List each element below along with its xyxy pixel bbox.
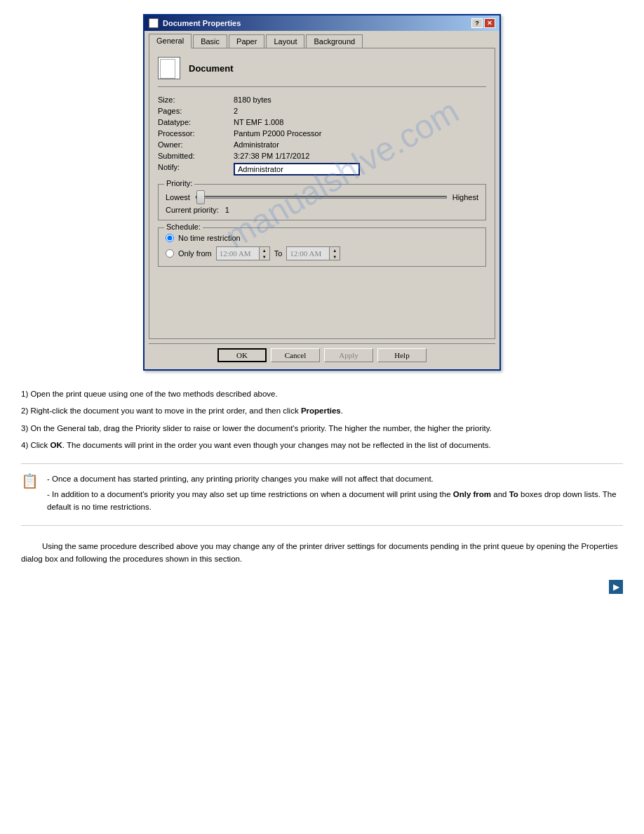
- pages-value: 2: [234, 107, 486, 115]
- step2-text: 2) Right-click the document you want to …: [21, 404, 623, 417]
- footer-text: Using the same procedure described above…: [21, 540, 623, 566]
- processor-label: Processor:: [158, 129, 228, 138]
- submitted-label: Submitted:: [158, 152, 228, 160]
- document-properties-dialog: 🖨 Document Properties ? ✕ General Basic …: [143, 14, 501, 371]
- from-time-up[interactable]: ▲: [260, 247, 269, 253]
- dialog-footer: OK Cancel Apply Help: [149, 343, 495, 365]
- help-title-button[interactable]: ?: [471, 18, 483, 28]
- datatype-value: NT EMF 1.008: [234, 118, 486, 126]
- dialog-title-icon: 🖨: [149, 18, 159, 28]
- step3-text: 3) On the General tab, drag the Priority…: [21, 422, 623, 435]
- to-time-up[interactable]: ▲: [330, 247, 340, 253]
- priority-highest-label: Highest: [452, 193, 478, 201]
- from-time-input[interactable]: [217, 248, 259, 259]
- tab-general[interactable]: General: [149, 34, 192, 48]
- current-priority-row: Current priority: 1: [166, 206, 478, 214]
- size-value: 8180 bytes: [234, 95, 486, 104]
- notify-input[interactable]: [234, 163, 360, 176]
- dialog-tabs: General Basic Paper Layout Background: [145, 31, 499, 48]
- submitted-value: 3:27:38 PM 1/17/2012: [234, 152, 486, 160]
- to-label: To: [274, 249, 283, 258]
- help-button[interactable]: Help: [377, 348, 427, 362]
- processor-value: Pantum P2000 Processor: [234, 129, 486, 138]
- only-from-row: Only from ▲ ▼ To: [166, 246, 478, 260]
- note-section: 📋 - Once a document has started printing…: [21, 463, 623, 526]
- to-time-spinner[interactable]: ▲ ▼: [329, 247, 340, 260]
- apply-button[interactable]: Apply: [324, 348, 373, 362]
- from-time-input-group: ▲ ▼: [216, 246, 270, 260]
- note-bullet1: - Once a document has started printing, …: [47, 472, 623, 485]
- no-restriction-radio[interactable]: [166, 234, 174, 242]
- dialog-title-buttons: ? ✕: [471, 18, 495, 28]
- instructions-section: 1) Open the print queue using one of the…: [21, 388, 623, 452]
- tab-background[interactable]: Background: [306, 34, 363, 48]
- current-priority-value: 1: [225, 206, 229, 214]
- step1-text: 1) Open the print queue using one of the…: [21, 388, 623, 400]
- owner-label: Owner:: [158, 140, 228, 149]
- priority-group-label: Priority:: [164, 179, 194, 187]
- current-priority-label: Current priority:: [166, 206, 219, 214]
- only-from-label: Only from: [178, 249, 212, 258]
- priority-row: Lowest Highest: [166, 193, 478, 201]
- tab-basic[interactable]: Basic: [193, 34, 227, 48]
- note-bullet2: - In addition to a document's priority y…: [47, 488, 623, 514]
- document-icon: [158, 57, 180, 79]
- priority-slider-thumb[interactable]: [196, 190, 205, 204]
- document-header: Document: [158, 57, 486, 87]
- schedule-group: Schedule: No time restriction Only from: [158, 227, 486, 267]
- tab-layout[interactable]: Layout: [266, 34, 304, 48]
- pages-label: Pages:: [158, 107, 228, 115]
- schedule-group-label: Schedule:: [164, 223, 203, 231]
- page-navigation: ▶: [21, 580, 623, 594]
- priority-lowest-label: Lowest: [166, 193, 190, 201]
- to-time-input[interactable]: [287, 248, 329, 259]
- note-text: - Once a document has started printing, …: [47, 472, 623, 517]
- priority-slider-track: [196, 196, 447, 199]
- dialog-title-area: 🖨 Document Properties: [149, 18, 241, 28]
- dialog-titlebar: 🖨 Document Properties ? ✕: [145, 15, 499, 31]
- to-time-input-group: ▲ ▼: [286, 246, 340, 260]
- next-page-button[interactable]: ▶: [609, 580, 623, 594]
- datatype-label: Datatype:: [158, 118, 228, 126]
- dialog-body: Document Size: 8180 bytes Pages: 2 Datat…: [149, 48, 495, 339]
- priority-group: Priority: Lowest Highest Current priorit…: [158, 184, 486, 220]
- no-restriction-label: No time restriction: [178, 234, 241, 242]
- no-restriction-row: No time restriction: [166, 234, 478, 242]
- tab-paper[interactable]: Paper: [229, 34, 264, 48]
- from-time-down[interactable]: ▼: [260, 253, 269, 260]
- size-label: Size:: [158, 95, 228, 104]
- only-from-radio[interactable]: [166, 249, 174, 258]
- owner-value: Administrator: [234, 140, 486, 149]
- ok-button[interactable]: OK: [217, 348, 267, 362]
- properties-grid: Size: 8180 bytes Pages: 2 Datatype: NT E…: [158, 95, 486, 176]
- document-label: Document: [189, 63, 234, 74]
- notify-label: Notify:: [158, 163, 228, 176]
- step4-text: 4) Click OK. The documents will print in…: [21, 439, 623, 451]
- from-time-spinner[interactable]: ▲ ▼: [259, 247, 269, 260]
- cancel-button[interactable]: Cancel: [271, 348, 320, 362]
- to-time-down[interactable]: ▼: [330, 253, 340, 260]
- close-title-button[interactable]: ✕: [484, 18, 495, 28]
- note-icon: 📋: [21, 472, 39, 517]
- dialog-title-text: Document Properties: [163, 19, 241, 27]
